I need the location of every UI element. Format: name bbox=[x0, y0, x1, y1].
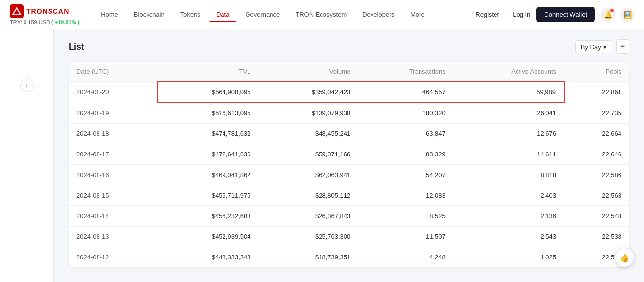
table-header-row: Date (UTC) TVL Volume Transactions Activ… bbox=[69, 62, 629, 81]
nav-item-governance[interactable]: Governance bbox=[238, 7, 287, 22]
cell-transactions: 11,507 bbox=[358, 227, 453, 247]
trx-price-display: TRX: 0.159 USD ( +10.81% ) bbox=[10, 19, 79, 25]
col-transactions: Transactions bbox=[358, 62, 453, 81]
nav-item-tron-ecosystem[interactable]: TRON Ecosystem bbox=[289, 7, 353, 22]
list-title: List bbox=[69, 42, 84, 52]
cell-tvl: $472,641,636 bbox=[158, 144, 259, 165]
cell-pools: 22,586 bbox=[564, 165, 629, 185]
notifications-bell-icon[interactable]: 🔔 bbox=[601, 8, 615, 22]
cell-date: 2024-08-20 bbox=[69, 81, 158, 103]
col-active-accounts: Active Accounts bbox=[453, 62, 564, 81]
notification-dot bbox=[610, 9, 614, 12]
table-row: 2024-08-19 $516,613,095 $139,079,938 180… bbox=[69, 103, 629, 124]
cell-volume: $62,063,941 bbox=[258, 165, 358, 185]
cell-active-accounts: 26,041 bbox=[453, 103, 564, 124]
table-row: 2024-08-17 $472,641,636 $59,371,166 83,3… bbox=[69, 144, 629, 165]
table-body: 2024-08-20 $564,908,095 $359,042,423 464… bbox=[69, 81, 629, 267]
table-row: 2024-08-15 $455,711,975 $28,805,112 12,0… bbox=[69, 185, 629, 206]
col-tvl: TVL bbox=[158, 62, 259, 81]
logo-brand[interactable]: TRONSCAN bbox=[10, 4, 69, 18]
by-day-dropdown[interactable]: By Day ▾ bbox=[575, 40, 612, 53]
nav-item-tokens[interactable]: Tokens bbox=[173, 7, 207, 22]
columns-menu-button[interactable]: ≡ bbox=[616, 39, 629, 54]
cell-transactions: 464,557 bbox=[358, 81, 453, 103]
content-area: List By Day ▾ ≡ Date (UTC) TVL Volume Tr… bbox=[54, 29, 644, 282]
table-row: 2024-08-20 $564,908,095 $359,042,423 464… bbox=[69, 81, 629, 103]
cell-volume: $18,739,351 bbox=[258, 247, 358, 268]
cell-pools: 22,735 bbox=[564, 103, 629, 124]
cell-tvl: $474,781,632 bbox=[158, 124, 259, 144]
cell-volume: $48,455,241 bbox=[258, 124, 358, 144]
cell-date: 2024-08-17 bbox=[69, 144, 158, 165]
cell-active-accounts: 59,989 bbox=[453, 81, 564, 103]
table-row: 2024-08-16 $469,041,862 $62,063,941 54,2… bbox=[69, 165, 629, 185]
main-nav: HomeBlockchainTokensDataGovernanceTRON E… bbox=[94, 7, 475, 22]
nav-item-more[interactable]: More bbox=[403, 7, 432, 22]
header-right: Register | Log In Connect Wallet 🔔 🖼️ bbox=[475, 7, 634, 22]
brand-name: TRONSCAN bbox=[26, 7, 69, 15]
col-pools: Pools bbox=[564, 62, 629, 81]
cell-transactions: 8,525 bbox=[358, 206, 453, 227]
table-row: 2024-08-12 $448,333,343 $18,739,351 4,24… bbox=[69, 247, 629, 268]
cell-volume: $25,763,300 bbox=[258, 227, 358, 247]
cell-volume: $359,042,423 bbox=[258, 81, 358, 103]
cell-date: 2024-08-15 bbox=[69, 185, 158, 206]
cell-pools: 22,538 bbox=[564, 227, 629, 247]
cell-active-accounts: 14,611 bbox=[453, 144, 564, 165]
col-date: Date (UTC) bbox=[69, 62, 158, 81]
trx-change: ( +10.81% ) bbox=[51, 19, 79, 25]
cell-active-accounts: 1,025 bbox=[453, 247, 564, 268]
col-volume: Volume bbox=[258, 62, 358, 81]
cell-volume: $139,079,938 bbox=[258, 103, 358, 124]
cell-tvl: $455,711,975 bbox=[158, 185, 259, 206]
sidebar-toggle-button[interactable]: › bbox=[20, 78, 34, 92]
register-button[interactable]: Register bbox=[475, 11, 499, 18]
table-row: 2024-08-18 $474,781,632 $48,455,241 63,8… bbox=[69, 124, 629, 144]
table-row: 2024-08-14 $456,232,683 $26,367,843 8,52… bbox=[69, 206, 629, 227]
cell-tvl: $564,908,095 bbox=[158, 81, 259, 103]
cell-volume: $28,805,112 bbox=[258, 185, 358, 206]
chevron-down-icon: ▾ bbox=[603, 43, 607, 51]
logo-area: TRONSCAN TRX: 0.159 USD ( +10.81% ) bbox=[10, 4, 79, 25]
cell-active-accounts: 2,543 bbox=[453, 227, 564, 247]
cell-date: 2024-08-14 bbox=[69, 206, 158, 227]
list-controls: By Day ▾ ≡ bbox=[575, 39, 629, 54]
app-header: TRONSCAN TRX: 0.159 USD ( +10.81% ) Home… bbox=[0, 0, 644, 29]
cell-active-accounts: 12,676 bbox=[453, 124, 564, 144]
cell-date: 2024-08-19 bbox=[69, 103, 158, 124]
cell-date: 2024-08-16 bbox=[69, 165, 158, 185]
cell-date: 2024-08-18 bbox=[69, 124, 158, 144]
cell-volume: $26,367,843 bbox=[258, 206, 358, 227]
by-day-label: By Day bbox=[581, 43, 601, 51]
cell-transactions: 12,083 bbox=[358, 185, 453, 206]
float-action-button[interactable]: 👍 bbox=[615, 248, 634, 267]
cell-pools: 22,861 bbox=[564, 81, 629, 103]
cell-pools: 22,548 bbox=[564, 206, 629, 227]
nav-item-developers[interactable]: Developers bbox=[355, 7, 401, 22]
cell-pools: 22,664 bbox=[564, 124, 629, 144]
cell-active-accounts: 2,403 bbox=[453, 185, 564, 206]
cell-active-accounts: 8,818 bbox=[453, 165, 564, 185]
wallet-icon[interactable]: 🖼️ bbox=[620, 8, 634, 22]
sidebar: › bbox=[0, 29, 54, 282]
connect-wallet-button[interactable]: Connect Wallet bbox=[536, 7, 595, 22]
nav-item-data[interactable]: Data bbox=[209, 7, 236, 22]
cell-transactions: 63,847 bbox=[358, 124, 453, 144]
nav-item-home[interactable]: Home bbox=[94, 7, 125, 22]
nav-item-blockchain[interactable]: Blockchain bbox=[127, 7, 172, 22]
data-table: Date (UTC) TVL Volume Transactions Activ… bbox=[69, 62, 629, 267]
login-button[interactable]: Log In bbox=[513, 11, 530, 18]
table-row: 2024-08-13 $452,939,504 $25,763,300 11,5… bbox=[69, 227, 629, 247]
cell-tvl: $516,613,095 bbox=[158, 103, 259, 124]
cell-date: 2024-08-12 bbox=[69, 247, 158, 268]
cell-active-accounts: 2,136 bbox=[453, 206, 564, 227]
tronscan-logo-icon bbox=[10, 4, 24, 18]
cell-volume: $59,371,166 bbox=[258, 144, 358, 165]
cell-date: 2024-08-13 bbox=[69, 227, 158, 247]
cell-transactions: 4,248 bbox=[358, 247, 453, 268]
cell-tvl: $469,041,862 bbox=[158, 165, 259, 185]
cell-tvl: $456,232,683 bbox=[158, 206, 259, 227]
main-layout: › List By Day ▾ ≡ Date (UTC) TVL Volume … bbox=[0, 29, 644, 282]
cell-transactions: 180,320 bbox=[358, 103, 453, 124]
cell-tvl: $448,333,343 bbox=[158, 247, 259, 268]
